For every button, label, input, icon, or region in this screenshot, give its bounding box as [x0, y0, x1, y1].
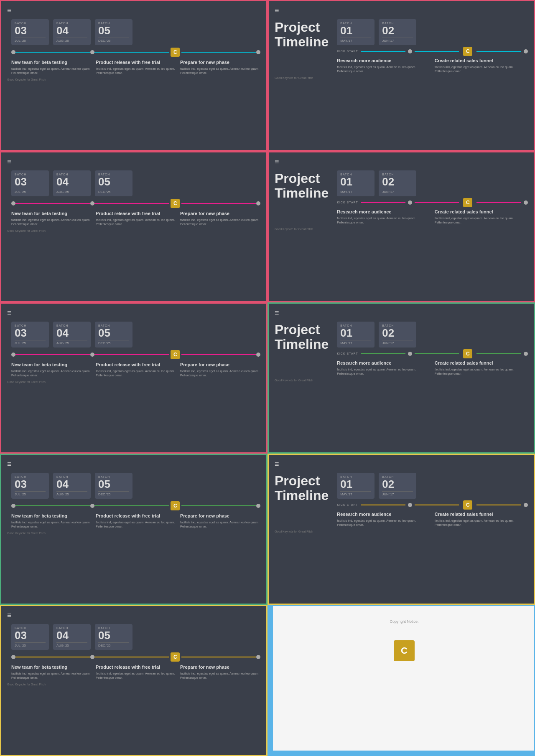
menu-icon-1r[interactable]: ≡: [275, 6, 528, 15]
batch-date: DEC.'25: [98, 38, 129, 43]
footer-1r: Good Keynote for Great Pitch: [275, 74, 528, 79]
batch-num: 05: [98, 25, 129, 37]
gold-icon-1r: C: [463, 47, 472, 56]
footer-1l: Good Keynote for Great Pitch: [7, 76, 260, 81]
slide-3-right: ≡ ProjectTimeline BATCH 01 MAY.'17: [268, 302, 535, 454]
timeline-right-1: ProjectTimeline BATCH 01 MAY.'17 BATCH 0…: [275, 18, 528, 79]
item-col-3: Prepare for new phase facilisis ind, ege…: [180, 59, 260, 76]
batch-num: 04: [56, 25, 87, 37]
slide-3-left: ≡ BATCH 03 JUL.'25 BATCH 04 AUG.'25 BATC…: [0, 302, 268, 454]
menu-icon-2l[interactable]: ≡: [7, 157, 260, 166]
menu-icon-3r[interactable]: ≡: [275, 309, 528, 317]
menu-icon-2r[interactable]: ≡: [275, 157, 528, 166]
slide-4-right: ≡ ProjectTimeline BATCH 01 MAY.'17: [268, 454, 535, 605]
kick-start-row-1r: KICK START C: [337, 47, 528, 56]
menu-icon-4l[interactable]: ≡: [7, 460, 260, 469]
item-col-2: Product release with free trial facilisi…: [96, 59, 176, 76]
menu-icon-3l[interactable]: ≡: [7, 309, 260, 317]
batches-row-2l: BATCH 03 JUL.'25 BATCH 04 AUG.'25 BATCH …: [11, 170, 260, 196]
gold-icon-1l: C: [171, 48, 180, 57]
item-desc-1: facilisis ind, egestas eget as quam. Aen…: [11, 67, 92, 76]
copyright-notice: Copyright Notice:: [280, 619, 528, 624]
batch-card-04: BATCH 04 AUG.'25: [53, 19, 91, 45]
batches-row-1l: BATCH 03 JUL.'25 BATCH 04 AUG.'25 BATCH …: [11, 19, 260, 45]
slide-2-right: ≡ ProjectTimeline BATCH 01 MAY.'17: [268, 151, 535, 302]
batch-card-01: BATCH 01 MAY.'17: [337, 19, 374, 45]
menu-icon-5l[interactable]: ≡: [7, 611, 260, 620]
item-col-1: New team for beta testing facilisis ind,…: [11, 59, 92, 76]
batch-card-05: BATCH 05 DEC.'25: [95, 19, 132, 45]
batch-date: JUL.'25: [15, 38, 46, 43]
right-items-row-1r: Research more audience facilisis ind, eg…: [337, 58, 528, 74]
item-title-2: Product release with free trial: [96, 59, 176, 65]
menu-icon-4r[interactable]: ≡: [275, 460, 528, 469]
batch-card-03: BATCH 03 JUL.'25: [11, 19, 49, 45]
connector-row-1l: C: [11, 48, 260, 57]
timeline-left-2: BATCH 03 JUL.'25 BATCH 04 AUG.'25 BATCH …: [7, 169, 260, 232]
blue-bar-bottom: [273, 751, 534, 755]
slide-1-right: ≡ ProjectTimeline BATCH 01 MAY.'17: [268, 0, 535, 151]
slide-5-right: Copyright Notice: C: [268, 605, 535, 756]
copyright-logo: C: [394, 640, 415, 661]
menu-icon-1l[interactable]: ≡: [7, 6, 260, 15]
slide-4-left: ≡ BATCH 03 JUL.'25 BATCH 04 AUG.'25 BATC…: [0, 454, 268, 605]
timeline-left-1: BATCH 03 JUL.'25 BATCH 04 AUG.'25 BATCH …: [7, 18, 260, 81]
items-row-1l: New team for beta testing facilisis ind,…: [11, 59, 260, 76]
item-title-3: Prepare for new phase: [180, 59, 260, 65]
slide-5-left: ≡ BATCH 03 JUL.'25 BATCH 04 AUG.'25 BATC…: [0, 605, 268, 756]
batch-card-02: BATCH 02 JUN.'17: [379, 19, 416, 45]
right-batches-1r: BATCH 01 MAY.'17 BATCH 02 JUN.'17 KICK S…: [337, 18, 528, 74]
item-desc-2: facilisis ind, egestas eget as quam. Aen…: [96, 67, 176, 76]
right-batch-cards-1r: BATCH 01 MAY.'17 BATCH 02 JUN.'17: [337, 19, 528, 45]
item-desc-3: facilisis ind, egestas eget as quam. Aen…: [180, 67, 260, 76]
item-title-1: New team for beta testing: [11, 59, 92, 65]
batch-date: AUG.'25: [56, 38, 87, 43]
project-title-1r: ProjectTimeline: [275, 20, 329, 49]
blue-bar-left: [269, 606, 273, 755]
connector-row-2l: C: [11, 199, 260, 208]
slide-2-left: ≡ BATCH 03 JUL.'25 BATCH 04 AUG.'25 BATC…: [0, 151, 268, 302]
slide-1-left: ≡ BATCH 03 JUL.'25 BATCH 04 AUG.'25 BATC…: [0, 0, 268, 151]
batch-num: 03: [15, 25, 46, 37]
slide-grid: ≡ BATCH 03 JUL.'25 BATCH 04 AUG.'25 BATC…: [0, 0, 535, 756]
